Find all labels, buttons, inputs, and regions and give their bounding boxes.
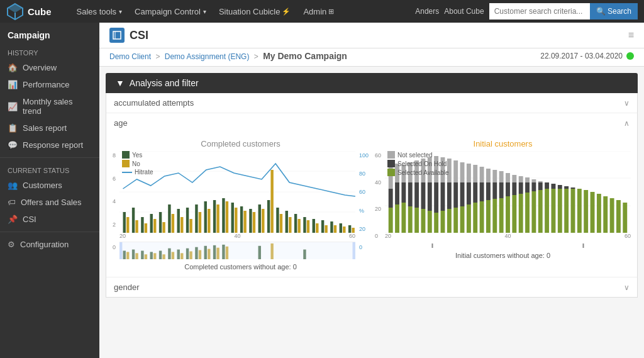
svg-rect-180 bbox=[591, 192, 595, 233]
breadcrumb: Demo Client > Demo Assignment (ENG) > My… bbox=[109, 51, 347, 61]
svg-rect-100 bbox=[395, 182, 399, 204]
completed-title: Completed customers bbox=[113, 139, 369, 148]
filter-age-row[interactable]: age ∧ bbox=[106, 113, 637, 133]
svg-rect-115 bbox=[428, 182, 432, 211]
svg-rect-152 bbox=[506, 196, 510, 233]
sidebar-group-current-status: Current status bbox=[0, 162, 99, 177]
sidebar-item-offers-sales[interactable]: 🏷 Offers and Sales bbox=[0, 194, 99, 211]
y-axis-initial: 6040200 bbox=[375, 151, 382, 248]
page-menu-icon[interactable]: ≡ bbox=[628, 30, 634, 41]
date-badge: 22.09.2017 - 03.04.2020 bbox=[540, 52, 634, 60]
svg-rect-47 bbox=[289, 217, 291, 233]
sidebar-item-sales-report[interactable]: 📋 Sales report bbox=[0, 120, 99, 137]
svg-rect-181 bbox=[597, 194, 601, 233]
svg-rect-61 bbox=[352, 228, 354, 233]
svg-rect-140 bbox=[480, 201, 484, 233]
completed-legend: Yes No Hitrate bbox=[122, 151, 153, 176]
svg-rect-178 bbox=[577, 189, 582, 233]
svg-rect-138 bbox=[480, 167, 484, 182]
search-input[interactable] bbox=[489, 3, 590, 20]
sidebar-item-csi[interactable]: 📌 CSI bbox=[0, 211, 99, 228]
svg-rect-45 bbox=[280, 214, 282, 233]
svg-rect-16 bbox=[150, 214, 153, 233]
svg-rect-40 bbox=[258, 204, 261, 233]
completed-thumbnail bbox=[119, 242, 355, 259]
svg-rect-134 bbox=[467, 204, 471, 233]
response-icon: 💬 bbox=[8, 140, 18, 150]
svg-rect-126 bbox=[453, 160, 458, 182]
svg-rect-159 bbox=[525, 177, 530, 182]
svg-rect-23 bbox=[180, 217, 183, 233]
svg-rect-166 bbox=[538, 182, 543, 190]
svg-rect-89 bbox=[119, 242, 355, 259]
home-icon: 🏠 bbox=[8, 63, 18, 72]
no-color bbox=[122, 160, 130, 167]
svg-rect-163 bbox=[531, 182, 536, 191]
offers-icon: 🏷 bbox=[8, 198, 16, 207]
svg-rect-149 bbox=[499, 198, 504, 233]
svg-rect-35 bbox=[235, 208, 237, 233]
initial-chart-area: Not selected Selected On Hold Selected A… bbox=[385, 151, 631, 248]
main-layout: Campaign History 🏠 Overview 📊 Performanc… bbox=[0, 23, 644, 358]
sidebar-item-response-report[interactable]: 💬 Response report bbox=[0, 137, 99, 154]
svg-rect-104 bbox=[401, 203, 406, 233]
legend-yes: Yes bbox=[122, 151, 153, 159]
yes-color bbox=[122, 151, 130, 159]
svg-rect-174 bbox=[564, 186, 569, 189]
filter-gender-row[interactable]: gender ∨ bbox=[106, 277, 637, 297]
sidebar-item-monthly-trend[interactable]: 📈 Monthly sales trend bbox=[0, 93, 99, 120]
sidebar-item-performance[interactable]: 📊 Performance bbox=[0, 76, 99, 93]
completed-chart-area: Yes No Hitrate bbox=[119, 151, 355, 259]
svg-rect-21 bbox=[172, 214, 174, 233]
svg-rect-26 bbox=[195, 204, 197, 233]
svg-rect-184 bbox=[616, 200, 621, 233]
filter-accumulated-attempts[interactable]: accumulated attempts ∨ bbox=[106, 93, 637, 113]
svg-rect-46 bbox=[286, 211, 288, 233]
nav-admin[interactable]: Admin ⊞ bbox=[297, 0, 340, 23]
breadcrumb-part-1[interactable]: Demo Client bbox=[109, 52, 151, 61]
svg-rect-121 bbox=[441, 182, 445, 211]
date-range: 22.09.2017 - 03.04.2020 bbox=[540, 52, 623, 60]
svg-rect-50 bbox=[303, 217, 306, 233]
search-icon: 🔍 bbox=[596, 7, 606, 16]
logo[interactable]: Cube bbox=[6, 3, 64, 20]
breadcrumb-bar: Demo Client > Demo Assignment (ENG) > My… bbox=[99, 48, 644, 67]
chart-panel: Completed customers 86420 Yes bbox=[106, 133, 637, 277]
nav-campaign-control[interactable]: Campaign Control▾ bbox=[128, 0, 213, 23]
sidebar-divider bbox=[0, 157, 99, 158]
svg-rect-165 bbox=[538, 181, 543, 182]
completed-customers-chart: Completed customers 86420 Yes bbox=[113, 139, 369, 271]
search-button[interactable]: 🔍 Search bbox=[590, 3, 638, 20]
sidebar-item-overview[interactable]: 🏠 Overview bbox=[0, 59, 99, 76]
nav-sales-tools[interactable]: Sales tools▾ bbox=[70, 0, 129, 23]
not-selected-color bbox=[387, 151, 395, 159]
svg-rect-136 bbox=[473, 182, 477, 203]
breadcrumb-part-2[interactable]: Demo Assignment (ENG) bbox=[165, 52, 250, 61]
sidebar-item-configuration[interactable]: ⚙ Configuration bbox=[0, 236, 99, 253]
svg-rect-119 bbox=[434, 213, 438, 233]
filter-accumulated-label: accumulated attempts bbox=[114, 98, 194, 108]
svg-rect-135 bbox=[473, 165, 477, 182]
svg-rect-30 bbox=[213, 200, 216, 233]
trend-icon: 📈 bbox=[8, 102, 18, 111]
chevron-up-icon: ∧ bbox=[624, 119, 630, 128]
user-name[interactable]: Anders bbox=[415, 7, 439, 16]
sidebar: Campaign History 🏠 Overview 📊 Performanc… bbox=[0, 23, 99, 358]
svg-rect-60 bbox=[348, 225, 351, 233]
svg-rect-51 bbox=[307, 220, 309, 233]
svg-rect-41 bbox=[262, 209, 264, 233]
svg-rect-154 bbox=[512, 182, 516, 195]
svg-rect-34 bbox=[231, 203, 234, 233]
analysis-header[interactable]: ▼ Analysis and filter bbox=[106, 73, 638, 93]
about-cube-link[interactable]: About Cube bbox=[444, 7, 484, 16]
svg-rect-129 bbox=[460, 162, 465, 182]
svg-rect-146 bbox=[492, 199, 497, 233]
svg-rect-24 bbox=[186, 208, 189, 233]
filter-icon: ▼ bbox=[116, 78, 125, 88]
sidebar-section-title: Campaign bbox=[0, 23, 99, 44]
svg-rect-36 bbox=[240, 206, 243, 233]
legend-no: No bbox=[122, 160, 153, 167]
svg-rect-143 bbox=[486, 200, 491, 233]
sidebar-item-customers[interactable]: 👥 Customers bbox=[0, 177, 99, 194]
nav-situation-cubicle[interactable]: Situation Cubicle ⚡ bbox=[213, 0, 297, 23]
